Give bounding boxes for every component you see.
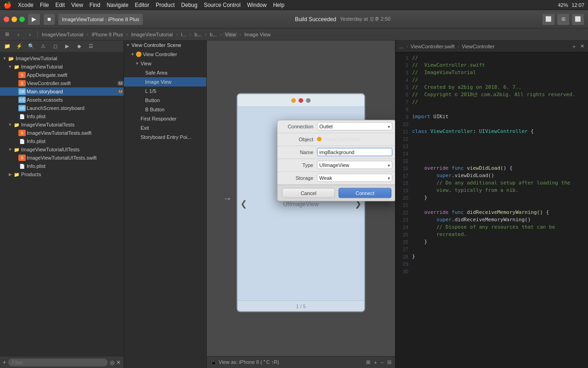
tree-infoplist[interactable]: ▶ 📄 Info.plist (0, 112, 124, 121)
tree-appdelegate[interactable]: ▶ S AppDelegate.swift (0, 71, 124, 79)
outline-entry[interactable]: Storyboard Entry Poi... (124, 132, 206, 142)
assistant-editor-button[interactable]: ⊞ (557, 13, 570, 25)
line-content-12[interactable] (412, 135, 588, 143)
line-content-27[interactable] (412, 246, 588, 253)
menu-window[interactable]: Window (247, 2, 267, 8)
line-content-18[interactable]: // Do any additional setup after loading… (412, 179, 588, 187)
outline-button2[interactable]: B Button (124, 105, 206, 114)
navigator-filter-input[interactable] (8, 358, 108, 367)
tree-launchscreen[interactable]: ▶ SB LaunchScreen.storyboard (0, 104, 124, 112)
line-content-16[interactable]: override func viewDidLoad() { (412, 165, 588, 172)
editor-close-button[interactable]: ✕ (580, 43, 584, 49)
tree-uitests-group[interactable]: ▼ 📁 ImageViewTutorialUITests (0, 145, 124, 154)
line-content-26[interactable]: } (412, 238, 588, 246)
grid-button[interactable]: ⊟ (387, 359, 391, 365)
line-content-14[interactable] (412, 150, 588, 157)
tree-testsfile[interactable]: ▶ S ImageViewTutorialTests.swift (0, 129, 124, 137)
zoom-in-button[interactable]: + (374, 360, 377, 365)
outline-exit[interactable]: Exit (124, 123, 206, 132)
connect-button[interactable]: Connect (339, 188, 391, 198)
tree-uitestsfile[interactable]: ▶ S ImageViewTutorialUITests.swift (0, 154, 124, 162)
line-content-9[interactable]: import UIKit (412, 113, 588, 121)
zoom-out-button[interactable]: − (381, 360, 384, 365)
tree-root[interactable]: ▼ 📂 ImageViewTutorial (0, 54, 124, 63)
zoom-fit-button[interactable]: ⊞ (366, 359, 370, 365)
grid-view-button[interactable]: ⊞ (2, 30, 12, 39)
tree-uitestplist[interactable]: ▶ 📄 Info.plist (0, 162, 124, 170)
line-content-30[interactable] (412, 268, 588, 275)
line-content-22[interactable]: override func didReceiveMemoryWarning() … (412, 209, 588, 216)
menu-debug[interactable]: Debug (181, 2, 197, 8)
nav-tab-reports[interactable]: ☰ (85, 41, 96, 52)
filter-close-button[interactable]: ✕ (116, 359, 121, 366)
cancel-button[interactable]: Cancel (282, 188, 335, 198)
nav-tab-files[interactable]: 📁 (2, 41, 13, 52)
menu-find[interactable]: Find (90, 2, 100, 8)
nav-tab-debug[interactable]: ▶ (62, 41, 73, 52)
tree-viewcontroller[interactable]: ▶ S ViewController.swift M (0, 79, 124, 87)
line-content-15[interactable] (412, 157, 588, 165)
outline-button1[interactable]: Button (124, 96, 206, 105)
line-content-25[interactable]: recreated. (412, 231, 588, 238)
dot-gray[interactable] (306, 98, 311, 103)
outline-imageview[interactable]: Image View (124, 77, 206, 86)
add-navigator-button[interactable]: + (3, 359, 6, 366)
scheme-selector[interactable]: ImageViewTutorial › iPhone 8 Plus (58, 13, 143, 25)
outline-label-1-5[interactable]: L 1/5 (124, 86, 206, 96)
line-content-6[interactable]: // Copyright © 2018년 com.a2big. All righ… (412, 91, 588, 98)
line-content-5[interactable]: // Created by a2big on 2018. 6. 7.. (412, 84, 588, 91)
outline-firstresponder[interactable]: First Responder (124, 114, 206, 123)
line-content-21[interactable] (412, 201, 588, 209)
line-content-2[interactable]: // ViewController.swift (412, 62, 588, 69)
menu-xcode[interactable]: Xcode (18, 2, 34, 8)
tree-tests-group[interactable]: ▼ 📁 ImageViewTutorialTests (0, 121, 124, 129)
tree-mainstoryboard[interactable]: ▶ SB Main.storyboard M (0, 87, 124, 96)
line-content-11[interactable]: class ViewController: UIViewController { (412, 128, 588, 135)
connection-select[interactable]: Outlet ▾ (317, 122, 392, 131)
line-content-28[interactable]: } (412, 253, 588, 260)
tree-products-group[interactable]: ▶ 📁 Products (0, 170, 124, 178)
menu-source-control[interactable]: Source Control (204, 2, 241, 8)
line-content-20[interactable]: } (412, 194, 588, 201)
line-content-1[interactable]: // (412, 54, 588, 62)
close-button[interactable] (4, 17, 9, 22)
editor-add-button[interactable]: + (573, 44, 576, 49)
navigator-toggle-button[interactable]: ⬜ (542, 13, 555, 25)
utilities-toggle-button[interactable]: ⬜ (571, 13, 584, 25)
menu-editor[interactable]: Editor (135, 2, 149, 8)
line-content-29[interactable] (412, 260, 588, 268)
line-content-19[interactable]: view, typically from a nib. (412, 187, 588, 194)
outline-vc[interactable]: ▼ View Controller (124, 50, 206, 59)
back-button[interactable]: ‹ (13, 30, 23, 39)
dot-orange[interactable] (291, 98, 296, 103)
line-content-24[interactable]: // Dispose of any resources that can be (412, 224, 588, 231)
line-content-13[interactable] (412, 143, 588, 150)
type-select[interactable]: UIImageView ▾ (317, 161, 392, 169)
outline-view[interactable]: ▼ View (124, 59, 206, 68)
nav-tab-tests[interactable]: ◻ (50, 41, 61, 52)
nav-tab-breakpoints[interactable]: ◆ (74, 41, 85, 52)
prev-page-button[interactable]: ❮ (240, 199, 247, 209)
line-content-17[interactable]: super.viewDidLoad() (412, 172, 588, 179)
menu-file[interactable]: File (40, 2, 49, 8)
line-content-7[interactable]: // (412, 98, 588, 106)
run-button[interactable]: ▶ (28, 13, 40, 25)
nav-tab-issues[interactable]: ⚠ (38, 41, 49, 52)
tree-testplist[interactable]: ▶ 📄 Info.plist (0, 137, 124, 145)
name-input[interactable] (317, 148, 392, 156)
stop-button[interactable]: ■ (43, 13, 55, 25)
line-content-10[interactable] (412, 121, 588, 128)
outline-safearea[interactable]: Safe Area (124, 68, 206, 77)
nav-tab-symbols[interactable]: ⚡ (14, 41, 25, 52)
menu-navigate[interactable]: Navigate (107, 2, 128, 8)
maximize-button[interactable] (19, 17, 25, 22)
menu-product[interactable]: Product (156, 2, 175, 8)
line-content-4[interactable]: // (412, 76, 588, 84)
minimize-button[interactable] (11, 17, 17, 22)
tree-group-main[interactable]: ▼ 📁 ImageViewTutorial (0, 63, 124, 71)
outline-scene[interactable]: ▼ View Controller Scene (124, 40, 206, 50)
storage-select[interactable]: Weak ▾ (317, 174, 392, 182)
forward-button[interactable]: › (25, 30, 35, 39)
tree-assets[interactable]: ▶ AS Assets.xcassets (0, 96, 124, 104)
line-content-23[interactable]: super.didReceiveMemoryWarning() (412, 216, 588, 224)
